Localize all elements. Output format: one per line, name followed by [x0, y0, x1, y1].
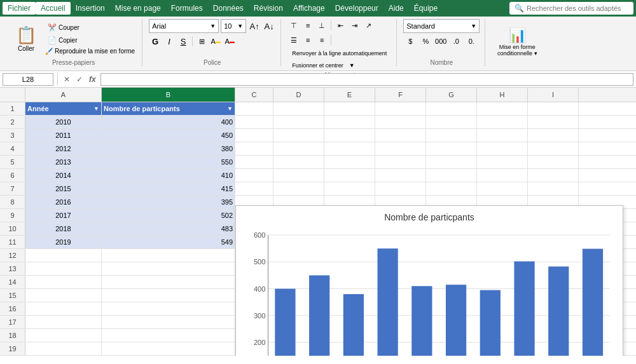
decrease-decimal-button[interactable]: 0. — [464, 35, 478, 48]
cell-a9[interactable]: 2017 — [25, 209, 102, 222]
chart-container[interactable]: Nombre de particpants 010020030040050060… — [235, 205, 623, 356]
cell-e6[interactable] — [324, 169, 375, 182]
formula-input[interactable] — [100, 73, 633, 86]
indent-decrease-button[interactable]: ⇤ — [334, 19, 347, 32]
col-header-d[interactable]: D — [273, 88, 324, 102]
border-button[interactable]: ⊞ — [195, 35, 208, 48]
cell-e5[interactable] — [324, 156, 375, 168]
cell-a17[interactable] — [25, 316, 102, 328]
align-middle-button[interactable]: ≡ — [301, 19, 314, 32]
cell-a2[interactable]: 2010 — [25, 116, 102, 128]
name-box[interactable] — [3, 73, 53, 86]
cell-b1[interactable]: Nombre de particpants ▼ — [102, 102, 235, 115]
cell-f7[interactable] — [375, 182, 426, 195]
cell-c3[interactable] — [235, 129, 273, 142]
cell-g4[interactable] — [426, 142, 477, 155]
align-top-button[interactable]: ⊤ — [287, 19, 300, 32]
menu-donnees[interactable]: Données — [208, 2, 249, 15]
col-header-b[interactable]: B — [102, 88, 235, 102]
col-header-c[interactable]: C — [235, 88, 273, 102]
font-name-selector[interactable]: Arial ▼ — [149, 19, 219, 33]
cell-a8[interactable]: 2016 — [25, 196, 102, 208]
col-header-a[interactable]: A — [25, 88, 102, 102]
cell-h6[interactable] — [477, 169, 528, 182]
cell-d1[interactable] — [273, 102, 324, 115]
cell-f4[interactable] — [375, 142, 426, 155]
conditional-format-button[interactable]: 📊 Mise en formeconditionnelle ▾ — [492, 24, 543, 60]
cell-i2[interactable] — [528, 116, 579, 128]
cell-a10[interactable]: 2018 — [25, 222, 102, 235]
row-num[interactable]: 16 — [0, 302, 25, 315]
cell-a3[interactable]: 2011 — [25, 129, 102, 142]
cell-e2[interactable] — [324, 116, 375, 128]
row-num[interactable]: 5 — [0, 156, 25, 168]
confirm-formula-icon[interactable]: ✓ — [74, 75, 85, 84]
cell-b7[interactable]: 415 — [102, 182, 235, 195]
align-left-button[interactable]: ☰ — [287, 34, 300, 46]
cell-a11[interactable]: 2019 — [25, 236, 102, 248]
cell-a4[interactable]: 2012 — [25, 142, 102, 155]
cell-f1[interactable] — [375, 102, 426, 115]
col-header-f[interactable]: F — [375, 88, 426, 102]
row-num[interactable]: 19 — [0, 342, 25, 355]
cell-b11[interactable]: 549 — [102, 236, 235, 248]
copy-button[interactable]: 📄 Copier — [43, 34, 137, 46]
cell-h4[interactable] — [477, 142, 528, 155]
row-num[interactable]: 9 — [0, 209, 25, 222]
row-num[interactable]: 3 — [0, 129, 25, 142]
cell-e3[interactable] — [324, 129, 375, 142]
cell-a7[interactable]: 2015 — [25, 182, 102, 195]
cell-i4[interactable] — [528, 142, 579, 155]
cell-i5[interactable] — [528, 156, 579, 168]
cell-b10[interactable]: 483 — [102, 222, 235, 235]
cell-b14[interactable] — [102, 276, 235, 288]
italic-button[interactable]: I — [163, 35, 176, 48]
cell-f3[interactable] — [375, 129, 426, 142]
col-header-i[interactable]: I — [528, 88, 579, 102]
format-painter-button[interactable]: 🖌️ Reproduire la mise en forme — [43, 47, 137, 55]
cell-a1[interactable]: Année ▼ — [25, 102, 102, 115]
cell-f5[interactable] — [375, 156, 426, 168]
font-decrease-button[interactable]: A↓ — [263, 20, 275, 32]
font-color-button[interactable]: A▬ — [223, 35, 236, 48]
menu-revision[interactable]: Révision — [249, 2, 288, 15]
row-num[interactable]: 10 — [0, 222, 25, 235]
cell-e4[interactable] — [324, 142, 375, 155]
align-center-button[interactable]: ≡ — [301, 34, 314, 46]
cell-h3[interactable] — [477, 129, 528, 142]
fill-color-button[interactable]: A▬ — [209, 35, 222, 48]
cell-f2[interactable] — [375, 116, 426, 128]
cell-b19[interactable] — [102, 342, 235, 355]
cell-b12[interactable] — [102, 249, 235, 262]
cell-g6[interactable] — [426, 169, 477, 182]
cell-i7[interactable] — [528, 182, 579, 195]
col-header-h[interactable]: H — [477, 88, 528, 102]
cell-c5[interactable] — [235, 156, 273, 168]
row-num[interactable]: 18 — [0, 329, 25, 342]
cell-d4[interactable] — [273, 142, 324, 155]
cut-button[interactable]: ✂️ Couper — [43, 22, 137, 34]
row-num[interactable]: 17 — [0, 316, 25, 328]
row-num[interactable]: 13 — [0, 262, 25, 275]
cell-b3[interactable]: 450 — [102, 129, 235, 142]
thousands-button[interactable]: 000 — [434, 35, 448, 48]
cell-b2[interactable]: 400 — [102, 116, 235, 128]
cell-a16[interactable] — [25, 302, 102, 315]
cell-b4[interactable]: 380 — [102, 142, 235, 155]
menu-equipe[interactable]: Équipe — [409, 2, 443, 15]
underline-button[interactable]: S — [177, 35, 190, 48]
col-header-g[interactable]: G — [426, 88, 477, 102]
cell-b9[interactable]: 502 — [102, 209, 235, 222]
indent-increase-button[interactable]: ⇥ — [348, 19, 361, 32]
menu-insertion[interactable]: Insertion — [71, 2, 110, 15]
cell-b5[interactable]: 550 — [102, 156, 235, 168]
cell-c6[interactable] — [235, 169, 273, 182]
percent-button[interactable]: % — [418, 35, 432, 48]
row-num[interactable]: 4 — [0, 142, 25, 155]
bold-button[interactable]: G — [149, 35, 162, 48]
increase-decimal-button[interactable]: .0 — [449, 35, 463, 48]
cell-b13[interactable] — [102, 262, 235, 275]
row-num[interactable]: 12 — [0, 249, 25, 262]
row-num[interactable]: 1 — [0, 102, 25, 115]
menu-formules[interactable]: Formules — [166, 2, 208, 15]
